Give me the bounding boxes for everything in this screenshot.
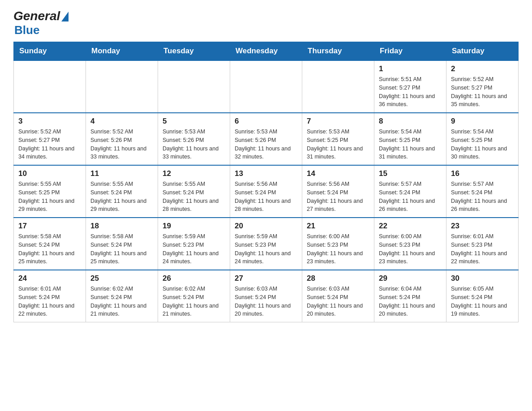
day-number: 26 bbox=[163, 274, 225, 283]
day-number: 7 bbox=[307, 117, 369, 126]
day-info: Sunrise: 6:00 AM Sunset: 5:23 PM Dayligh… bbox=[379, 232, 442, 266]
day-number: 1 bbox=[379, 64, 442, 73]
day-info: Sunrise: 6:03 AM Sunset: 5:24 PM Dayligh… bbox=[307, 285, 369, 318]
calendar-week-row: 24Sunrise: 6:01 AM Sunset: 5:24 PM Dayli… bbox=[14, 270, 519, 322]
day-number: 5 bbox=[163, 117, 225, 126]
calendar-header: SundayMondayTuesdayWednesdayThursdayFrid… bbox=[14, 42, 519, 61]
day-info: Sunrise: 5:53 AM Sunset: 5:26 PM Dayligh… bbox=[163, 128, 225, 161]
day-number: 10 bbox=[18, 169, 81, 178]
calendar-day-cell: 13Sunrise: 5:56 AM Sunset: 5:24 PM Dayli… bbox=[230, 165, 302, 218]
calendar-day-cell: 9Sunrise: 5:54 AM Sunset: 5:25 PM Daylig… bbox=[446, 113, 519, 165]
calendar-day-cell: 24Sunrise: 6:01 AM Sunset: 5:24 PM Dayli… bbox=[14, 270, 86, 322]
day-number: 6 bbox=[235, 117, 297, 126]
calendar-day-cell bbox=[230, 60, 302, 113]
day-info: Sunrise: 5:58 AM Sunset: 5:24 PM Dayligh… bbox=[18, 232, 81, 266]
logo-general-text: General bbox=[13, 9, 60, 23]
calendar-day-cell: 10Sunrise: 5:55 AM Sunset: 5:25 PM Dayli… bbox=[14, 165, 86, 218]
day-number: 18 bbox=[90, 222, 153, 231]
day-number: 14 bbox=[307, 169, 369, 178]
calendar-day-cell: 1Sunrise: 5:51 AM Sunset: 5:27 PM Daylig… bbox=[374, 60, 446, 113]
day-info: Sunrise: 6:01 AM Sunset: 5:23 PM Dayligh… bbox=[451, 232, 514, 266]
day-info: Sunrise: 5:54 AM Sunset: 5:25 PM Dayligh… bbox=[379, 128, 442, 161]
calendar-day-cell: 11Sunrise: 5:55 AM Sunset: 5:24 PM Dayli… bbox=[86, 165, 158, 218]
day-info: Sunrise: 6:00 AM Sunset: 5:23 PM Dayligh… bbox=[307, 232, 369, 266]
calendar-day-header-saturday: Saturday bbox=[446, 42, 519, 61]
calendar-day-header-thursday: Thursday bbox=[302, 42, 374, 61]
calendar-day-header-tuesday: Tuesday bbox=[158, 42, 230, 61]
calendar-day-header-monday: Monday bbox=[86, 42, 158, 61]
calendar-day-cell: 8Sunrise: 5:54 AM Sunset: 5:25 PM Daylig… bbox=[374, 113, 446, 165]
calendar-day-cell: 15Sunrise: 5:57 AM Sunset: 5:24 PM Dayli… bbox=[374, 165, 446, 218]
calendar-day-cell: 17Sunrise: 5:58 AM Sunset: 5:24 PM Dayli… bbox=[14, 218, 86, 270]
day-info: Sunrise: 5:53 AM Sunset: 5:26 PM Dayligh… bbox=[235, 128, 297, 161]
calendar-day-header-friday: Friday bbox=[374, 42, 446, 61]
day-number: 24 bbox=[18, 274, 81, 283]
calendar-day-cell: 20Sunrise: 5:59 AM Sunset: 5:23 PM Dayli… bbox=[230, 218, 302, 270]
day-info: Sunrise: 5:54 AM Sunset: 5:25 PM Dayligh… bbox=[451, 128, 514, 161]
day-info: Sunrise: 5:56 AM Sunset: 5:24 PM Dayligh… bbox=[307, 180, 369, 214]
calendar-day-header-sunday: Sunday bbox=[14, 42, 86, 61]
day-number: 3 bbox=[18, 117, 81, 126]
calendar-day-cell: 19Sunrise: 5:59 AM Sunset: 5:23 PM Dayli… bbox=[158, 218, 230, 270]
calendar-day-cell: 27Sunrise: 6:03 AM Sunset: 5:24 PM Dayli… bbox=[230, 270, 302, 322]
calendar-day-cell: 26Sunrise: 6:02 AM Sunset: 5:24 PM Dayli… bbox=[158, 270, 230, 322]
day-info: Sunrise: 5:57 AM Sunset: 5:24 PM Dayligh… bbox=[379, 180, 442, 214]
calendar-day-cell: 25Sunrise: 6:02 AM Sunset: 5:24 PM Dayli… bbox=[86, 270, 158, 322]
logo-text: General bbox=[13, 9, 69, 23]
calendar-day-cell bbox=[302, 60, 374, 113]
day-number: 9 bbox=[451, 117, 514, 126]
calendar-day-cell: 21Sunrise: 6:00 AM Sunset: 5:23 PM Dayli… bbox=[302, 218, 374, 270]
calendar-body: 1Sunrise: 5:51 AM Sunset: 5:27 PM Daylig… bbox=[14, 60, 519, 322]
day-number: 19 bbox=[163, 222, 225, 231]
day-number: 30 bbox=[451, 274, 514, 283]
day-number: 28 bbox=[307, 274, 369, 283]
calendar-week-row: 17Sunrise: 5:58 AM Sunset: 5:24 PM Dayli… bbox=[14, 218, 519, 270]
calendar-day-cell bbox=[158, 60, 230, 113]
day-info: Sunrise: 5:58 AM Sunset: 5:24 PM Dayligh… bbox=[90, 232, 153, 266]
calendar-day-cell bbox=[14, 60, 86, 113]
calendar-day-cell: 6Sunrise: 5:53 AM Sunset: 5:26 PM Daylig… bbox=[230, 113, 302, 165]
day-number: 21 bbox=[307, 222, 369, 231]
day-number: 11 bbox=[90, 169, 153, 178]
calendar-day-cell: 3Sunrise: 5:52 AM Sunset: 5:27 PM Daylig… bbox=[14, 113, 86, 165]
calendar-day-cell: 4Sunrise: 5:52 AM Sunset: 5:26 PM Daylig… bbox=[86, 113, 158, 165]
calendar-day-cell: 18Sunrise: 5:58 AM Sunset: 5:24 PM Dayli… bbox=[86, 218, 158, 270]
calendar-header-row: SundayMondayTuesdayWednesdayThursdayFrid… bbox=[14, 42, 519, 61]
calendar-week-row: 1Sunrise: 5:51 AM Sunset: 5:27 PM Daylig… bbox=[14, 60, 519, 113]
calendar-day-cell: 22Sunrise: 6:00 AM Sunset: 5:23 PM Dayli… bbox=[374, 218, 446, 270]
calendar-day-cell: 30Sunrise: 6:05 AM Sunset: 5:24 PM Dayli… bbox=[446, 270, 519, 322]
day-info: Sunrise: 5:53 AM Sunset: 5:25 PM Dayligh… bbox=[307, 128, 369, 161]
day-info: Sunrise: 5:59 AM Sunset: 5:23 PM Dayligh… bbox=[163, 232, 225, 266]
day-info: Sunrise: 5:55 AM Sunset: 5:24 PM Dayligh… bbox=[90, 180, 153, 214]
day-number: 23 bbox=[451, 222, 514, 231]
logo-triangle-icon bbox=[61, 12, 69, 21]
calendar-day-cell: 5Sunrise: 5:53 AM Sunset: 5:26 PM Daylig… bbox=[158, 113, 230, 165]
calendar-day-cell: 7Sunrise: 5:53 AM Sunset: 5:25 PM Daylig… bbox=[302, 113, 374, 165]
day-info: Sunrise: 6:01 AM Sunset: 5:24 PM Dayligh… bbox=[18, 285, 81, 318]
calendar-day-cell: 28Sunrise: 6:03 AM Sunset: 5:24 PM Dayli… bbox=[302, 270, 374, 322]
day-number: 25 bbox=[90, 274, 153, 283]
logo-blue-text: Blue bbox=[14, 23, 39, 37]
day-info: Sunrise: 5:52 AM Sunset: 5:27 PM Dayligh… bbox=[451, 75, 514, 109]
day-number: 16 bbox=[451, 169, 514, 178]
day-info: Sunrise: 6:03 AM Sunset: 5:24 PM Dayligh… bbox=[235, 285, 297, 318]
day-info: Sunrise: 5:57 AM Sunset: 5:24 PM Dayligh… bbox=[451, 180, 514, 214]
day-number: 17 bbox=[18, 222, 81, 231]
day-info: Sunrise: 6:04 AM Sunset: 5:24 PM Dayligh… bbox=[379, 285, 442, 318]
day-number: 2 bbox=[451, 64, 514, 73]
calendar-day-cell: 16Sunrise: 5:57 AM Sunset: 5:24 PM Dayli… bbox=[446, 165, 519, 218]
calendar-day-header-wednesday: Wednesday bbox=[230, 42, 302, 61]
calendar-week-row: 3Sunrise: 5:52 AM Sunset: 5:27 PM Daylig… bbox=[14, 113, 519, 165]
day-info: Sunrise: 6:02 AM Sunset: 5:24 PM Dayligh… bbox=[90, 285, 153, 318]
day-number: 22 bbox=[379, 222, 442, 231]
day-info: Sunrise: 6:02 AM Sunset: 5:24 PM Dayligh… bbox=[163, 285, 225, 318]
calendar-day-cell bbox=[86, 60, 158, 113]
day-number: 29 bbox=[379, 274, 442, 283]
day-info: Sunrise: 5:55 AM Sunset: 5:24 PM Dayligh… bbox=[163, 180, 225, 214]
calendar-day-cell: 12Sunrise: 5:55 AM Sunset: 5:24 PM Dayli… bbox=[158, 165, 230, 218]
calendar-day-cell: 2Sunrise: 5:52 AM Sunset: 5:27 PM Daylig… bbox=[446, 60, 519, 113]
calendar-table: SundayMondayTuesdayWednesdayThursdayFrid… bbox=[13, 42, 519, 322]
day-number: 13 bbox=[235, 169, 297, 178]
day-number: 4 bbox=[90, 117, 153, 126]
calendar-week-row: 10Sunrise: 5:55 AM Sunset: 5:25 PM Dayli… bbox=[14, 165, 519, 218]
